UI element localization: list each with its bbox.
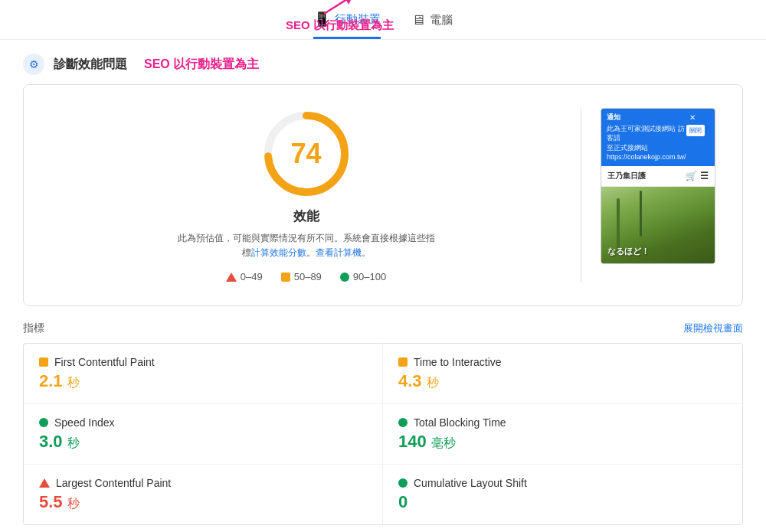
mockup-menu-icon: ☰ [700, 171, 709, 181]
diagnostic-icon: ⚙ [23, 54, 44, 75]
score-circle: 74 [260, 108, 352, 200]
metric-tti-name-row: Time to Interactive [398, 356, 727, 368]
metric-tti-indicator [398, 357, 408, 367]
diagnostic-subtitle: SEO 以行動裝置為主 [144, 57, 259, 73]
card-top: 74 效能 此為預估值，可能與實際情況有所不同。系統會直接根據這些指標計算效能分… [47, 108, 719, 282]
metric-cls-indicator [398, 478, 408, 488]
metric-si-value: 3.0 秒 [39, 432, 367, 452]
tree-trunk-2 [640, 191, 642, 237]
metric-tbt-name-row: Total Blocking Time [398, 416, 727, 429]
tree-trunk-1 [617, 198, 620, 252]
notification-title: 通知 [607, 113, 686, 122]
metric-fcp-value: 2.1 秒 [39, 371, 367, 391]
desktop-icon: 🖥 [411, 12, 425, 28]
metric-tti: Time to Interactive 4.3 秒 [383, 344, 742, 404]
metric-lcp-indicator [39, 478, 50, 488]
metrics-grid: First Contentful Paint 2.1 秒 Time to Int… [23, 343, 743, 525]
metrics-title: 指標 [23, 321, 44, 335]
metric-tbt: Total Blocking Time 140 毫秒 [383, 404, 742, 465]
mockup-header: 王乃集日護 🛒 ☰ [601, 166, 715, 187]
metric-tti-unit: 秒 [427, 376, 439, 389]
metric-fcp-name-row: First Contentful Paint [39, 356, 367, 368]
metric-tbt-value: 140 毫秒 [398, 432, 727, 452]
diagnostic-title: 診斷效能問題 [54, 57, 127, 73]
mockup-site-name: 王乃集日護 [607, 171, 646, 181]
mockup-notification: 通知 此為王可家測試接網站 訪客請至正式接網站https://colanekoj… [601, 109, 715, 166]
tab-desktop-label: 電腦 [430, 13, 453, 28]
notification-close-icon[interactable]: ✕ [689, 113, 696, 122]
site-preview-mockup: 通知 此為王可家測試接網站 訪客請至正式接網站https://colanekoj… [601, 108, 715, 264]
tab-desktop[interactable]: 🖥 電腦 [411, 12, 453, 38]
metric-tbt-indicator [398, 418, 408, 427]
metric-lcp: Largest Contentful Paint 5.5 秒 [24, 465, 383, 524]
legend-red: 0–49 [226, 271, 263, 282]
score-link-compute[interactable]: 計算效能分數 [251, 247, 306, 258]
metric-si: Speed Index 3.0 秒 [24, 404, 383, 465]
legend-90-100: 90–100 [353, 271, 386, 282]
legend-green: 90–100 [340, 271, 386, 282]
score-description: 此為預估值，可能與實際情況有所不同。系統會直接根據這些指標計算效能分數。查看計算… [176, 231, 437, 260]
legend-orange: 50–89 [281, 271, 322, 282]
card-divider [581, 108, 581, 282]
top-navigation: 📱 行動裝置 SEO 以行動裝置為主 🖥 電腦 [0, 0, 766, 40]
metric-fcp-indicator [39, 357, 48, 367]
score-link-calculator[interactable]: 查看計算機 [316, 247, 362, 258]
score-number: 74 [290, 138, 321, 170]
notification-actions: ✕ 關閉 [686, 113, 709, 136]
orange-square-icon [281, 273, 290, 282]
metric-tbt-label: Total Blocking Time [414, 416, 506, 429]
legend-50-89: 50–89 [294, 271, 322, 282]
metric-cls-value: 0 [398, 492, 727, 512]
metric-tbt-unit: 毫秒 [431, 436, 456, 449]
metric-si-label: Speed Index [54, 416, 115, 429]
score-section: 74 效能 此為預估值，可能與實際情況有所不同。系統會直接根據這些指標計算效能分… [47, 108, 565, 282]
main-card: 74 效能 此為預估值，可能與實際情況有所不同。系統會直接根據這些指標計算效能分… [23, 84, 743, 306]
metric-lcp-label: Largest Contentful Paint [56, 477, 171, 489]
metric-tti-label: Time to Interactive [414, 356, 502, 368]
metric-si-unit: 秒 [67, 436, 80, 449]
score-legend: 0–49 50–89 90–100 [226, 271, 386, 282]
diagnostic-header: ⚙ 診斷效能問題 SEO 以行動裝置為主 [0, 40, 766, 84]
svg-marker-1 [345, 0, 353, 5]
metric-si-name-row: Speed Index [39, 416, 367, 429]
annotation-text: SEO 以行動裝置為主 [286, 18, 394, 33]
metric-lcp-name-row: Largest Contentful Paint [39, 477, 367, 489]
metric-lcp-value: 5.5 秒 [39, 492, 367, 512]
notification-close-button[interactable]: 關閉 [686, 125, 705, 136]
metric-cls-label: Cumulative Layout Shift [414, 477, 527, 489]
mockup-image-text: なるほど！ [607, 246, 650, 257]
red-triangle-icon [226, 273, 237, 282]
metric-lcp-unit: 秒 [67, 497, 80, 510]
metric-fcp-label: First Contentful Paint [54, 356, 155, 368]
tab-mobile[interactable]: 📱 行動裝置 SEO 以行動裝置為主 [313, 11, 381, 39]
arrow-icon [316, 0, 362, 18]
score-label: 效能 [293, 207, 319, 225]
mockup-header-icons: 🛒 ☰ [686, 171, 709, 181]
green-circle-icon [340, 273, 349, 282]
preview-section: 通知 此為王可家測試接網站 訪客請至正式接網站https://colanekoj… [597, 108, 719, 264]
notification-content: 通知 此為王可家測試接網站 訪客請至正式接網站https://colanekoj… [607, 113, 686, 162]
mockup-hero-image: なるほど！ [601, 187, 715, 263]
mockup-cart-icon: 🛒 [686, 171, 697, 181]
notification-body: 此為王可家測試接網站 訪客請至正式接網站https://colanekojp.c… [607, 124, 686, 162]
metric-fcp: First Contentful Paint 2.1 秒 [24, 344, 383, 404]
metric-cls: Cumulative Layout Shift 0 [383, 465, 742, 524]
metric-tti-value: 4.3 秒 [398, 371, 727, 391]
seo-annotation: SEO 以行動裝置為主 [286, 0, 394, 33]
expand-button[interactable]: 展開檢視畫面 [683, 321, 743, 335]
metric-fcp-unit: 秒 [67, 376, 80, 389]
metrics-header: 指標 展開檢視畫面 [23, 321, 743, 335]
metric-si-indicator [39, 418, 48, 427]
legend-0-49: 0–49 [241, 271, 263, 282]
metric-cls-name-row: Cumulative Layout Shift [398, 477, 727, 489]
